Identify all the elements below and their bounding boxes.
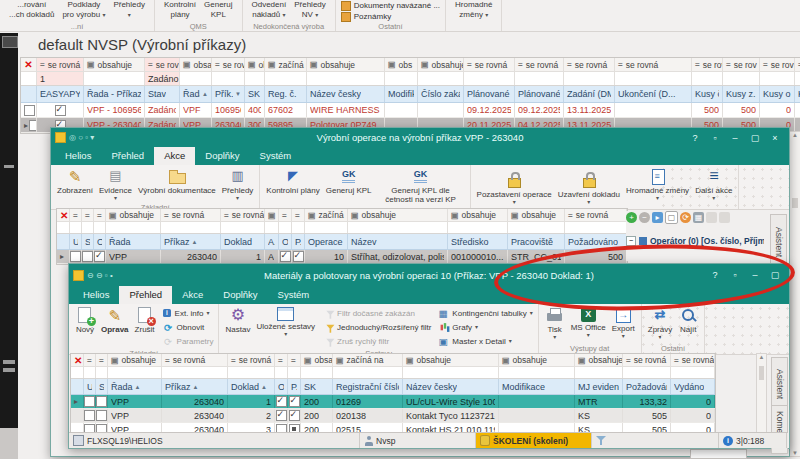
filter-value[interactable]: [385, 72, 418, 85]
filter-value[interactable]: [161, 222, 221, 233]
ribbon-podklady-pro-v-robu[interactable]: Podkladypro výrobu ▾: [58, 0, 109, 22]
ribbon-generuj-kpl[interactable]: GenerujKPL: [200, 0, 236, 22]
column-header-sel[interactable]: [57, 234, 70, 249]
ribbon-kontroln-pl-ny[interactable]: Kontrolní plány: [263, 167, 322, 196]
filter-value[interactable]: [275, 367, 288, 378]
filter-value[interactable]: [94, 222, 106, 233]
filter-operator[interactable]: ▣obsahuje: [106, 209, 161, 221]
filter-value[interactable]: [564, 72, 615, 85]
filter-value[interactable]: [565, 222, 627, 233]
filter-value[interactable]: [212, 72, 245, 85]
filter-operator[interactable]: =se rovná: [464, 58, 515, 71]
column-header-ada-p-kaz[interactable]: Řada - Příkaz: [84, 86, 145, 102]
ribbon-nov[interactable]: Nový: [72, 306, 98, 335]
ribbon-ulo-en-sestavy[interactable]: Uložené sestavy▾: [253, 306, 318, 338]
menu-tab-helios[interactable]: Helios: [73, 286, 119, 304]
filter-value[interactable]: Zadáno: [145, 72, 180, 85]
filter-operator[interactable]: =se rovná: [615, 58, 692, 71]
filter-value[interactable]: [221, 222, 265, 233]
column-header-stav[interactable]: Stav: [145, 86, 180, 102]
filter-value[interactable]: [403, 367, 499, 378]
ribbon-hromadn-zm-ny[interactable]: Hromadnézměny ▾: [451, 0, 496, 31]
column-header-p[interactable]: P...: [288, 379, 301, 394]
filter-operator[interactable]: =se rov: [145, 58, 180, 71]
column-header-st-edisko[interactable]: Středisko: [448, 234, 508, 249]
column-header-u[interactable]: U...: [70, 234, 82, 249]
column-header-registra-n-slo[interactable]: Registrační číslo: [333, 379, 403, 394]
filter-operator[interactable]: =se rovná: [565, 209, 627, 221]
filter-operator[interactable]: ▣začíná: [305, 209, 348, 221]
filter-operator[interactable]: =: [94, 209, 106, 221]
close-button[interactable]: ×: [765, 133, 785, 143]
remove-icon[interactable]: −: [639, 212, 650, 223]
checkbox-unchecked[interactable]: [96, 410, 107, 421]
filter-value[interactable]: 1: [37, 72, 84, 85]
table-row[interactable]: VPP2630402200020138Kontakt Tyco 1123721-…: [71, 409, 715, 423]
column-header-o[interactable]: O...: [279, 234, 292, 249]
filter-operator[interactable]: ▣obsahuje: [508, 209, 565, 221]
filter-operator[interactable]: =se rovná: [37, 58, 84, 71]
tab-asistent[interactable]: Asistent: [770, 214, 787, 270]
ribbon-export[interactable]: Export▾: [609, 306, 638, 340]
filter-operator[interactable]: =se rovná: [162, 354, 228, 366]
menu-tab-p-ehled[interactable]: Přehled: [101, 147, 154, 165]
filter-value[interactable]: [106, 222, 161, 233]
checkbox-checked[interactable]: [276, 410, 287, 421]
background-scrollbar[interactable]: ▲ ▼: [789, 131, 800, 457]
filter-value[interactable]: [57, 222, 70, 233]
column-header-pl-novan-za[interactable]: Plánované za...: [464, 86, 515, 102]
ribbon-p-ehledy-nv[interactable]: PřehledyNV ▾: [290, 0, 330, 22]
column-header-u[interactable]: U...: [84, 379, 96, 394]
table-row[interactable]: VPF - 106956ZadánoVPF10695640067602WIRE …: [21, 103, 800, 118]
ribbon-oprava[interactable]: Oprava: [98, 306, 132, 335]
ribbon-nastav[interactable]: Nastav: [222, 306, 253, 335]
filter-value[interactable]: [21, 72, 37, 85]
checkbox-unchecked[interactable]: [96, 396, 107, 407]
column-header-ada[interactable]: Řada▲: [180, 86, 212, 102]
column-header-p-k[interactable]: Přík...▼: [212, 86, 245, 102]
filter-operator[interactable]: =: [82, 209, 94, 221]
filter-value[interactable]: [448, 222, 508, 233]
clear-filter-icon[interactable]: ✕: [60, 210, 68, 221]
column-header-a[interactable]: A...: [265, 234, 279, 249]
filter-operator[interactable]: =se rov: [692, 58, 723, 71]
filter-value[interactable]: [515, 72, 564, 85]
checkbox-checked[interactable]: [289, 410, 300, 421]
ribbon-p-ehledy[interactable]: Přehledy▾: [219, 167, 257, 202]
column-header-modifikace[interactable]: Modifikace: [499, 379, 575, 394]
filter-value[interactable]: [245, 72, 265, 85]
table-row[interactable]: ▸VPP2630401A10Stříhat, odizolovat, polis…: [57, 250, 627, 264]
checkbox-unchecked[interactable]: [24, 105, 35, 116]
minimize-button[interactable]: –: [745, 270, 765, 280]
filter-value[interactable]: [723, 72, 760, 85]
filter-operator[interactable]: ▣ob: [245, 58, 265, 71]
column-header-p-kaz[interactable]: Příkaz▲: [162, 379, 228, 394]
filter-operator[interactable]: ✕: [21, 58, 37, 71]
filter-value[interactable]: [692, 72, 723, 85]
menu-tab-syst-m[interactable]: Systém: [268, 286, 320, 304]
column-header-doklad[interactable]: Doklad: [221, 234, 265, 249]
new-doc-icon[interactable]: ▢: [665, 211, 678, 224]
filter-operator[interactable]: ▣obsahuje: [108, 354, 162, 366]
filter-value[interactable]: [162, 367, 228, 378]
pin-button[interactable]: ▫: [725, 270, 745, 280]
column-header-sk[interactable]: SK: [301, 379, 333, 394]
filter-value[interactable]: [671, 367, 715, 378]
column-header-zad-n-dmr[interactable]: Zadání (DMR): [564, 86, 615, 102]
filter-value[interactable]: [292, 222, 305, 233]
filter-operator[interactable]: ▣: [265, 209, 279, 221]
filter-value[interactable]: [279, 222, 292, 233]
menu-tab-syst-m[interactable]: Systém: [250, 147, 302, 165]
ribbon-obnovit[interactable]: Obnovit: [160, 320, 216, 334]
table-row[interactable]: ▸VPP263040120001269UL/cUL-Wire Style 100…: [71, 395, 715, 409]
column-header-sel[interactable]: [21, 86, 37, 102]
column-header-ada[interactable]: Řada▲: [108, 379, 162, 394]
add-icon[interactable]: +: [626, 212, 637, 223]
filter-value[interactable]: [615, 72, 692, 85]
maximize-button[interactable]: ▢: [745, 133, 765, 143]
filter-value[interactable]: [307, 72, 385, 85]
filter-value[interactable]: [265, 72, 307, 85]
materials-titlebar[interactable]: ⊖ ⊖ ▫ • Materiály a polotovary na výrobn…: [69, 264, 789, 286]
column-header-sk[interactable]: SK: [245, 86, 265, 102]
filter-operator[interactable]: =se rovná: [515, 58, 564, 71]
